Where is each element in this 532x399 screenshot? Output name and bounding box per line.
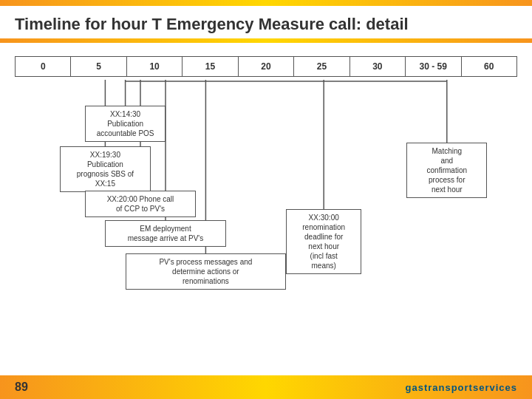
ruler-cell-7: 30 - 59: [406, 57, 461, 76]
ruler-cell-5: 25: [294, 57, 349, 76]
event-box-ev4: EM deploymentmessage arrive at PV's: [105, 220, 225, 247]
event-box-ev6: XX:30:00renominationdeadline fornext hou…: [286, 209, 361, 274]
sub-bar: [0, 38, 532, 43]
company-logo: gastransportservices: [405, 382, 517, 393]
page-number: 89: [15, 381, 28, 394]
timeline-ruler: 05101520253030 - 5960: [15, 56, 517, 77]
ruler-cell-6: 30: [350, 57, 406, 76]
event-box-ev2: XX:19:30Publicationprognosis SBS ofXX:15: [60, 146, 150, 192]
ruler-cell-4: 20: [239, 57, 294, 76]
ruler-cell-8: 60: [462, 57, 516, 76]
header-title: Timeline for hour T Emergency Measure ca…: [0, 6, 532, 38]
event-box-ev5: PV's process messages anddetermine actio…: [126, 253, 287, 290]
header-bar: [0, 0, 532, 6]
ruler-cell-3: 15: [183, 57, 238, 76]
ruler-cell-2: 10: [127, 57, 183, 76]
event-box-ev7: Matchingandconfirmationprocess fornext h…: [406, 143, 487, 198]
events-area: XX:14:30Publicationaccountable POSXX:19:…: [15, 80, 517, 331]
ruler-cell-1: 5: [71, 57, 126, 76]
timeline-area: 05101520253030 - 5960 XX:14:30Publicatio…: [15, 56, 517, 331]
footer-bar: 89 gastransportservices: [0, 375, 532, 399]
event-box-ev1: XX:14:30Publicationaccountable POS: [85, 106, 166, 142]
ruler-cell-0: 0: [16, 57, 71, 76]
event-box-ev3: XX:20:00 Phone callof CCP to PV's: [85, 191, 196, 217]
